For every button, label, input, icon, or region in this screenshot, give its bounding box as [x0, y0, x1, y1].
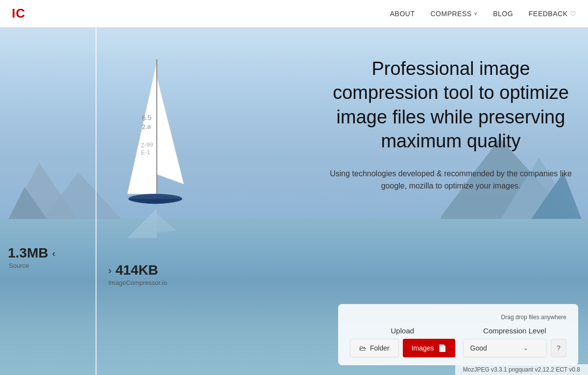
nav-blog[interactable]: BLOG	[493, 10, 513, 18]
svg-text:2.a: 2.a	[142, 123, 151, 131]
sailboat-image: 6.5 2.a Z-99 E-1	[118, 57, 196, 243]
svg-text:Z-99: Z-99	[141, 141, 153, 149]
hero-subtext: Using technologies developed & recommend…	[328, 167, 573, 192]
upload-section: Upload 🗁 Folder Images 📄 Compression Lev…	[350, 327, 566, 357]
svg-marker-7	[157, 76, 184, 184]
upload-panel: Drag drop files anywhere Upload 🗁 Folder…	[338, 304, 578, 365]
image-icon: 📄	[438, 344, 446, 352]
header: IC ABOUT COMPRESS ∨ BLOG FEEDBACK ♡	[0, 0, 588, 27]
upload-label: Upload	[350, 327, 455, 335]
folder-icon: 🗁	[359, 344, 366, 352]
hero-heading: Professional image compression tool to o…	[328, 57, 573, 154]
output-size: › 414KB	[108, 262, 167, 278]
output-brand: ImageCompressor.io	[108, 279, 167, 286]
svg-marker-14	[127, 209, 157, 238]
hero-text-block: Professional image compression tool to o…	[328, 57, 573, 192]
drag-hint: Drag drop files anywhere	[350, 314, 566, 321]
nav-feedback[interactable]: FEEDBACK ♡	[529, 10, 576, 18]
compression-controls: Good Best Eco ⌄ ?	[463, 339, 566, 357]
source-label: Source	[9, 262, 90, 269]
upload-buttons: 🗁 Folder Images 📄	[350, 339, 455, 357]
help-button[interactable]: ?	[551, 339, 566, 357]
compress-chevron-icon: ∨	[474, 11, 478, 16]
version-bar: MozJPEG v3.3.1 pngquant v2.12.2 ECT v0.8	[455, 364, 588, 375]
nav: ABOUT COMPRESS ∨ BLOG FEEDBACK ♡	[390, 10, 576, 18]
svg-text:E-1: E-1	[141, 149, 150, 157]
hero-section: 6.5 2.a Z-99 E-1 1.3MB ‹ Source › 414KB …	[0, 27, 588, 375]
upload-group: Upload 🗁 Folder Images 📄	[350, 327, 455, 357]
output-panel: › 414KB ImageCompressor.io	[100, 255, 175, 294]
images-button[interactable]: Images 📄	[403, 339, 455, 357]
compression-select[interactable]: Good Best Eco	[463, 339, 547, 357]
source-arrow-icon: ‹	[52, 248, 55, 259]
svg-text:6.5: 6.5	[142, 114, 152, 122]
compression-select-wrap: Good Best Eco ⌄	[463, 339, 547, 357]
compression-group: Compression Level Good Best Eco ⌄ ?	[463, 327, 566, 357]
nav-compress[interactable]: COMPRESS ∨	[431, 10, 478, 18]
folder-button[interactable]: 🗁 Folder	[350, 339, 399, 357]
output-arrow-icon: ›	[108, 265, 112, 276]
svg-marker-15	[157, 213, 176, 233]
source-panel: 1.3MB ‹ Source	[0, 237, 98, 277]
nav-about[interactable]: ABOUT	[390, 10, 415, 18]
source-size: 1.3MB ‹	[8, 245, 90, 261]
logo: IC	[12, 6, 25, 21]
compression-label: Compression Level	[463, 327, 566, 335]
divider-line	[96, 27, 97, 375]
feedback-heart-icon: ♡	[570, 10, 577, 18]
